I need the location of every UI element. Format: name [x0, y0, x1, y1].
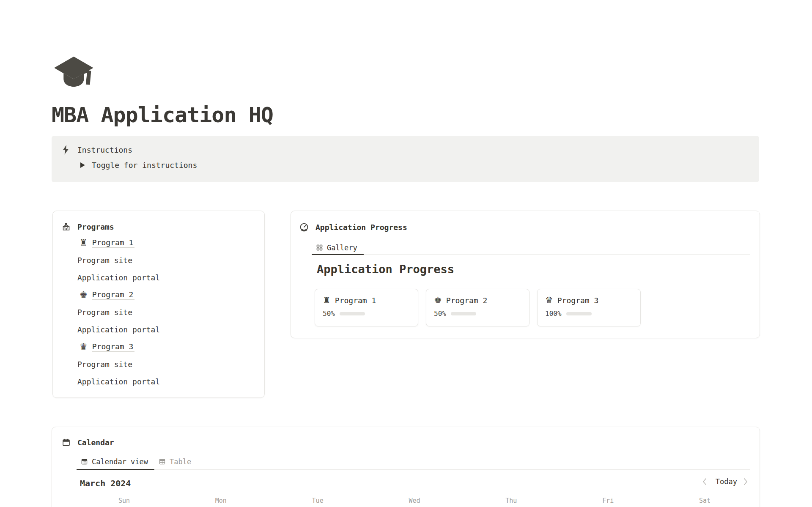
day-header-sat: Sat [656, 497, 753, 504]
application-progress-title: Application Progress [315, 223, 407, 232]
program-1-site-link[interactable]: Program site [53, 252, 264, 269]
day-header-fri: Fri [560, 497, 656, 504]
progress-tabbar: Gallery [312, 241, 750, 255]
chess-rook-icon: ♜ [323, 296, 331, 305]
program-1-link[interactable]: ♜ Program 1 [53, 234, 264, 252]
progress-bar [566, 312, 592, 315]
progress-percent: 50% [323, 310, 335, 318]
page-title: MBA Application HQ [52, 103, 273, 127]
program-2-portal-link[interactable]: Application portal [53, 321, 264, 338]
chess-rook-icon: ♜ [80, 238, 88, 247]
toggle-label[interactable]: Toggle for instructions [92, 161, 197, 170]
program-3-site-link[interactable]: Program site [53, 356, 264, 373]
calendar-card: Calendar Calendar view [52, 427, 760, 507]
tab-gallery[interactable]: Gallery [312, 241, 364, 254]
program-1-label[interactable]: Program 1 [92, 238, 135, 248]
today-button[interactable]: Today [716, 477, 737, 486]
graduation-cap-icon[interactable] [54, 55, 96, 91]
tab-calendar-view[interactable]: Calendar view [77, 454, 154, 469]
progress-percent: 100% [545, 310, 562, 318]
programs-card: Programs ♜ Program 1 Program site Applic… [52, 211, 265, 398]
day-header-thu: Thu [463, 497, 560, 504]
progress-card-program-3[interactable]: ♛ Program 3 100% [537, 289, 641, 326]
chess-king-icon: ♚ [80, 290, 88, 299]
program-1-portal-link[interactable]: Application portal [53, 269, 264, 286]
program-2-site-link[interactable]: Program site [53, 304, 264, 321]
calendar-icon [62, 438, 71, 447]
instructions-callout: Instructions Toggle for instructions [52, 136, 759, 182]
program-3-portal-link[interactable]: Application portal [53, 373, 264, 390]
callout-title: Instructions [77, 145, 132, 154]
programs-list: ♜ Program 1 Program site Application por… [53, 234, 264, 390]
table-grid-icon [159, 458, 166, 465]
instructions-toggle[interactable]: Toggle for instructions [80, 161, 197, 170]
toggle-triangle-icon[interactable] [80, 162, 85, 168]
chess-queen-icon: ♛ [80, 343, 88, 351]
day-header-tue: Tue [269, 497, 366, 504]
calendar-month-label: March 2024 [80, 478, 131, 488]
calendar-grid-icon [81, 458, 88, 465]
chess-queen-icon: ♛ [545, 296, 553, 305]
day-header-wed: Wed [366, 497, 463, 504]
programs-title: Programs [77, 222, 114, 231]
program-2-link[interactable]: ♚ Program 2 [53, 286, 264, 304]
mba-application-hq-page: MBA Application HQ Instructions Toggle f… [0, 0, 812, 507]
progress-bar [451, 312, 476, 315]
calendar-tabbar: Calendar view Table [77, 454, 750, 470]
progress-bar [340, 312, 365, 315]
lightning-bolt-icon [61, 144, 70, 155]
school-icon [62, 222, 71, 231]
tab-gallery-label[interactable]: Gallery [327, 244, 357, 252]
program-3-link[interactable]: ♛ Program 3 [53, 338, 264, 356]
day-header-mon: Mon [173, 497, 269, 504]
progress-db-title: Application Progress [317, 263, 454, 276]
progress-percent: 50% [434, 310, 446, 318]
gauge-icon [299, 222, 309, 232]
progress-card-program-2[interactable]: ♚ Program 2 50% [426, 289, 529, 326]
calendar-day-headers: Sun Mon Tue Wed Thu Fri Sat [76, 497, 753, 504]
chevron-left-icon[interactable] [702, 478, 709, 485]
progress-gallery: ♜ Program 1 50% ♚ Program 2 50% [315, 289, 641, 326]
application-progress-card: Application Progress Gallery Application… [291, 211, 760, 338]
chevron-right-icon[interactable] [743, 478, 750, 485]
chess-king-icon: ♚ [434, 296, 442, 305]
calendar-today-nav: Today [702, 477, 750, 486]
tab-table[interactable]: Table [154, 454, 198, 469]
calendar-title: Calendar [77, 438, 114, 447]
day-header-sun: Sun [76, 497, 173, 504]
tab-calendar-view-label[interactable]: Calendar view [92, 458, 148, 466]
program-3-label[interactable]: Program 3 [92, 342, 135, 352]
gallery-grid-icon [316, 244, 323, 251]
program-2-label[interactable]: Program 2 [92, 290, 135, 300]
tab-table-label[interactable]: Table [170, 458, 191, 466]
progress-card-program-1[interactable]: ♜ Program 1 50% [315, 289, 418, 326]
